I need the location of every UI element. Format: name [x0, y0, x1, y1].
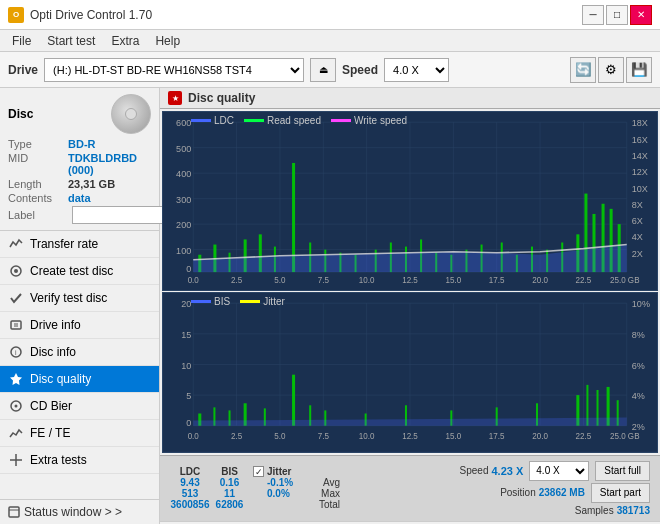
nav-disc-quality[interactable]: Disc quality — [0, 366, 159, 393]
disc-icon — [111, 94, 151, 134]
chart1-svg: 600 500 400 300 200 100 0 18X 16X 14X 12… — [163, 112, 657, 290]
svg-text:22.5: 22.5 — [576, 432, 592, 441]
nav-transfer-rate-label: Transfer rate — [30, 237, 98, 251]
svg-text:2.5: 2.5 — [231, 276, 243, 285]
close-button[interactable]: ✕ — [630, 5, 652, 25]
settings-button[interactable]: ⚙ — [598, 57, 624, 83]
nav-cd-bier[interactable]: CD Bier — [0, 393, 159, 420]
svg-text:5.0: 5.0 — [274, 432, 286, 441]
svg-text:10X: 10X — [632, 183, 648, 193]
nav-verify-test-disc[interactable]: Verify test disc — [0, 285, 159, 312]
svg-text:7.5: 7.5 — [318, 432, 330, 441]
contents-key: Contents — [8, 192, 68, 204]
legend-ldc: LDC — [191, 115, 234, 126]
legend-bis-label: BIS — [214, 296, 230, 307]
bis-avg-val: 0.16 — [220, 477, 239, 488]
svg-text:16X: 16X — [632, 135, 648, 145]
nav-fe-te-label: FE / TE — [30, 426, 70, 440]
legend-ldc-label: LDC — [214, 115, 234, 126]
disc-info-table: Type BD-R MID TDKBLDRBD (000) Length 23,… — [8, 138, 151, 224]
nav-extra-tests[interactable]: Extra tests — [0, 447, 159, 474]
speed-stat-val: 4.23 X — [492, 465, 524, 477]
svg-rect-134 — [292, 375, 295, 426]
svg-text:17.5: 17.5 — [489, 276, 505, 285]
svg-text:8%: 8% — [632, 330, 645, 340]
svg-text:22.5: 22.5 — [576, 276, 592, 285]
drivebar: Drive (H:) HL-DT-ST BD-RE WH16NS58 TST4 … — [0, 52, 660, 88]
nav-drive-info-label: Drive info — [30, 318, 81, 332]
samples-val: 381713 — [617, 505, 650, 516]
svg-text:10%: 10% — [632, 300, 650, 310]
minimize-button[interactable]: ─ — [582, 5, 604, 25]
svg-text:12.5: 12.5 — [402, 432, 418, 441]
nav-transfer-rate[interactable]: Transfer rate — [0, 231, 159, 258]
svg-text:6%: 6% — [632, 361, 645, 371]
bis-header: BIS — [221, 466, 238, 477]
bis-total-val: 62806 — [216, 499, 244, 510]
status-window-icon — [8, 506, 20, 518]
max-label: Max — [321, 488, 340, 499]
status-window-label: Status window > > — [24, 505, 122, 519]
legend-writespeed-label: Write speed — [354, 115, 407, 126]
bis-max-val: 11 — [224, 488, 235, 499]
type-key: Type — [8, 138, 68, 150]
menu-starttest[interactable]: Start test — [39, 32, 103, 50]
svg-text:25.0 GB: 25.0 GB — [610, 432, 640, 441]
menu-file[interactable]: File — [4, 32, 39, 50]
speed-dropdown[interactable]: 4.0 X — [529, 461, 589, 481]
svg-text:10.0: 10.0 — [359, 276, 375, 285]
refresh-button[interactable]: 🔄 — [570, 57, 596, 83]
length-value: 23,31 GB — [68, 178, 115, 190]
jitter-checkbox[interactable]: ✓ — [253, 466, 264, 477]
svg-text:5: 5 — [186, 392, 191, 402]
status-window-button[interactable]: Status window > > — [0, 499, 159, 524]
legend-jitter-label: Jitter — [263, 296, 285, 307]
save-button[interactable]: 💾 — [626, 57, 652, 83]
chart2-svg: 20 15 10 5 0 10% 8% 6% 4% 2% 0.0 2.5 — [163, 293, 657, 451]
menu-help[interactable]: Help — [147, 32, 188, 50]
svg-text:2%: 2% — [632, 422, 645, 432]
nav-disc-info[interactable]: i Disc info — [0, 339, 159, 366]
chart2: BIS Jitter — [162, 292, 658, 452]
legend-readspeed-color — [244, 119, 264, 122]
speed-select[interactable]: 4.0 X — [384, 58, 449, 82]
svg-text:20: 20 — [181, 300, 191, 310]
legend-bis-color — [191, 300, 211, 303]
nav-create-test-disc-label: Create test disc — [30, 264, 113, 278]
legend-jitter-color — [240, 300, 260, 303]
length-key: Length — [8, 178, 68, 190]
disc-quality-title: Disc quality — [188, 91, 255, 105]
drive-select[interactable]: (H:) HL-DT-ST BD-RE WH16NS58 TST4 — [44, 58, 304, 82]
contents-value: data — [68, 192, 91, 204]
svg-text:10.0: 10.0 — [359, 432, 375, 441]
menu-extra[interactable]: Extra — [103, 32, 147, 50]
create-test-disc-icon — [8, 263, 24, 279]
stats-panel: LDC 9.43 513 3600856 BIS 0.16 11 62806 — [160, 455, 660, 521]
start-part-button[interactable]: Start part — [591, 483, 650, 503]
svg-text:20.0: 20.0 — [532, 276, 548, 285]
svg-text:i: i — [15, 349, 17, 356]
svg-text:2.5: 2.5 — [231, 432, 243, 441]
maximize-button[interactable]: □ — [606, 5, 628, 25]
app-title: Opti Drive Control 1.70 — [30, 8, 152, 22]
svg-text:600: 600 — [176, 118, 191, 128]
start-full-button[interactable]: Start full — [595, 461, 650, 481]
svg-rect-2 — [11, 321, 21, 329]
svg-text:100: 100 — [176, 246, 191, 256]
samples-label: Samples — [575, 505, 614, 516]
ldc-total-val: 3600856 — [171, 499, 210, 510]
svg-text:200: 200 — [176, 220, 191, 230]
nav-drive-info[interactable]: Drive info — [0, 312, 159, 339]
mid-value: TDKBLDRBD (000) — [68, 152, 151, 176]
eject-button[interactable]: ⏏ — [310, 58, 336, 82]
svg-text:2X: 2X — [632, 249, 643, 259]
window-controls: ─ □ ✕ — [582, 5, 652, 25]
jitter-max-val: 0.0% — [253, 488, 290, 499]
speed-stat-label: Speed — [460, 465, 489, 476]
svg-text:5.0: 5.0 — [274, 276, 286, 285]
position-label: Position — [500, 487, 536, 498]
extra-tests-icon — [8, 452, 24, 468]
svg-text:14X: 14X — [632, 151, 648, 161]
nav-fe-te[interactable]: FE / TE — [0, 420, 159, 447]
nav-create-test-disc[interactable]: Create test disc — [0, 258, 159, 285]
